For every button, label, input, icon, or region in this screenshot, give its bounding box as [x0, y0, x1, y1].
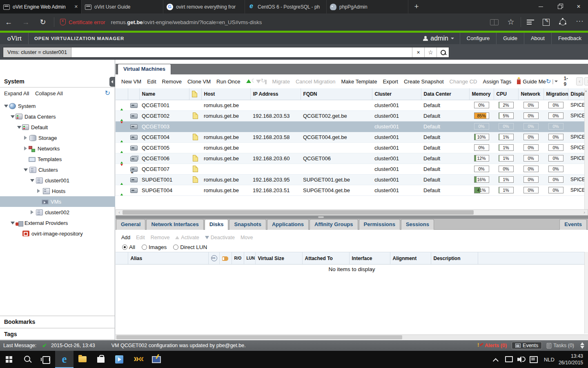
toolbar-cancel-migration[interactable]: Cancel Migration	[296, 79, 336, 85]
column-header-cluster[interactable]: Cluster	[372, 88, 421, 100]
disk-toolbar-remove[interactable]: Remove	[151, 235, 170, 240]
tags-section[interactable]: Tags	[0, 328, 115, 340]
vm-table-vertical-scrollbar[interactable]	[584, 88, 588, 209]
detail-tab-sessions[interactable]: Sessions	[401, 219, 434, 230]
vm-row-qcget003[interactable]: QCGET003cluster001Default0%0%0%0%	[116, 121, 584, 132]
web-note-icon[interactable]	[539, 16, 555, 28]
column-header-name[interactable]: Name	[139, 88, 189, 100]
tree-item-data-centers[interactable]: Data Centers	[0, 111, 115, 122]
detail-tab-events[interactable]: Events	[559, 219, 587, 230]
tree-item-hosts[interactable]: Hosts	[0, 186, 115, 196]
prev-page-icon[interactable]: ‹	[576, 77, 584, 85]
windows-store-icon[interactable]	[92, 351, 110, 368]
menu-guide[interactable]: Guide	[496, 33, 524, 44]
scroll-left-icon[interactable]: ‹	[116, 210, 122, 215]
refresh-icon[interactable]: ↻	[34, 18, 51, 27]
alerts-button[interactable]: Alerts (0)	[474, 342, 510, 349]
minimize-icon[interactable]	[532, 0, 550, 13]
disk-toolbar-add[interactable]: Add	[121, 235, 130, 240]
tree-item-networks[interactable]: Networks	[0, 143, 115, 154]
disk-column-os-icon[interactable]	[208, 252, 219, 265]
disk-column-description[interactable]: Description	[431, 252, 478, 265]
events-button[interactable]: Events	[512, 342, 542, 349]
toolbar-guide-me[interactable]: Guide Me	[517, 79, 546, 85]
toolbar-create-snapshot[interactable]: Create Snapshot	[404, 79, 444, 85]
tree-open-arrow-icon[interactable]	[10, 114, 16, 119]
new-tab-button[interactable]: +	[408, 0, 425, 13]
detail-tab-general[interactable]: General	[116, 219, 145, 230]
detail-tab-permissions[interactable]: Permissions	[359, 219, 400, 230]
back-icon[interactable]: ←	[0, 18, 17, 27]
browser-tab-ovirt-engine-web-admin[interactable]: oVirt Engine Web Admin✕	[0, 0, 82, 13]
more-actions-icon[interactable]: ···	[572, 16, 588, 28]
tree-open-arrow-icon[interactable]	[23, 168, 29, 172]
hub-icon[interactable]	[523, 16, 539, 28]
tree-closed-arrow-icon[interactable]	[29, 210, 35, 214]
tree-item-clusters[interactable]: Clusters	[0, 164, 115, 175]
tree-open-arrow-icon[interactable]	[29, 178, 35, 182]
tree-closed-arrow-icon[interactable]	[36, 189, 42, 193]
taskbar-search-icon[interactable]	[18, 351, 37, 368]
remote-desktop-icon[interactable]	[147, 351, 165, 368]
tree-item-ovirt-image-repository[interactable]: ovirt-image-repository	[0, 228, 115, 239]
toolbar-make-template[interactable]: Make Template	[341, 79, 377, 85]
toolbar-new-vm[interactable]: New VM	[121, 79, 141, 85]
menu-about[interactable]: About	[524, 33, 551, 44]
task-view-icon[interactable]	[37, 351, 55, 368]
media-player-icon[interactable]	[110, 351, 129, 368]
column-header-network[interactable]: Network	[518, 88, 543, 100]
column-header-ip-address[interactable]: IP Address	[250, 88, 301, 100]
next-page-icon[interactable]: ›	[584, 77, 588, 85]
vm-row-qcget007[interactable]: QCGET007cluster001Default0%0%0%0%	[116, 164, 584, 174]
bookmark-search-icon[interactable]: ☆	[424, 47, 437, 57]
tree-refresh-icon[interactable]: ↻	[105, 89, 110, 97]
bookmarks-section[interactable]: Bookmarks	[0, 316, 115, 328]
disk-column-blank[interactable]	[116, 252, 128, 265]
scrollbar-thumb[interactable]	[116, 335, 402, 339]
search-box[interactable]: Vms: cluster = cluster001 × ☆	[3, 47, 449, 58]
search-icon[interactable]	[437, 47, 449, 57]
note-column-header[interactable]	[189, 88, 201, 100]
action-center-icon[interactable]	[528, 351, 540, 368]
expand-statusbar-icon[interactable]	[580, 342, 585, 349]
toolbar-migrate[interactable]: Migrate	[272, 79, 290, 85]
tree-item-storage[interactable]: Storage	[0, 132, 115, 143]
search-query-chip[interactable]: Vms: cluster = cluster001	[3, 47, 71, 57]
close-window-icon[interactable]: ✕	[569, 0, 588, 13]
pane-splitter[interactable]	[116, 215, 588, 219]
tree-open-arrow-icon[interactable]	[10, 221, 16, 225]
tree-open-arrow-icon[interactable]	[3, 104, 9, 108]
disk-column-virtual-size[interactable]: Virtual Size	[255, 252, 302, 265]
console-icon[interactable]	[265, 80, 267, 84]
file-explorer-icon[interactable]	[74, 351, 92, 368]
disk-toolbar-deactivate[interactable]: Deactivate	[205, 235, 235, 240]
clock[interactable]: 13:43 26/10/2015	[559, 353, 583, 366]
search-input[interactable]	[71, 47, 412, 57]
disk-column-shareable-icon[interactable]	[219, 252, 232, 265]
tree-item-vms[interactable]: VMs	[0, 196, 115, 207]
column-header-display[interactable]: Display	[568, 88, 584, 100]
disk-filter-all[interactable]: All	[116, 244, 135, 250]
vm-row-supget001[interactable]: SUPGET001romulus.get.be192.168.203.95SUP…	[116, 174, 584, 185]
tree-item-cluster002[interactable]: cluster002	[0, 207, 115, 218]
toolbar-assign-tags[interactable]: Assign Tags	[483, 79, 512, 85]
vm-row-supget004[interactable]: SUPGET004romulus.get.be192.168.203.51SUP…	[116, 185, 584, 195]
tree-closed-arrow-icon[interactable]	[23, 146, 29, 150]
column-header-data-center[interactable]: Data Center	[421, 88, 469, 100]
detail-tab-applications[interactable]: Applications	[267, 219, 309, 230]
start-button[interactable]	[0, 351, 18, 368]
virtual-machines-tab[interactable]: Virtual Machines	[118, 64, 171, 74]
column-header-host[interactable]: Host	[201, 88, 250, 100]
tree-item-templates[interactable]: Templates	[0, 154, 115, 164]
disk-column-lun[interactable]: LUN	[244, 252, 255, 265]
browser-tab-ovirt-remove-everything-fror[interactable]: ovirt remove everything fror	[163, 0, 245, 13]
volume-icon[interactable]	[515, 351, 528, 368]
toolbar-remove[interactable]: Remove	[162, 79, 182, 85]
disk-column-interface[interactable]: Interface	[349, 252, 390, 265]
disk-toolbar-activate[interactable]: Activate	[175, 235, 199, 240]
tree-item-cluster001[interactable]: cluster001	[0, 175, 115, 186]
user-menu[interactable]: admin	[417, 33, 460, 44]
refresh-options-icon[interactable]	[555, 81, 558, 82]
vm-row-qcget002[interactable]: QCGET002romulus.get.be192.168.203.53QCGE…	[116, 110, 584, 121]
scroll-right-icon[interactable]: ›	[581, 210, 588, 215]
